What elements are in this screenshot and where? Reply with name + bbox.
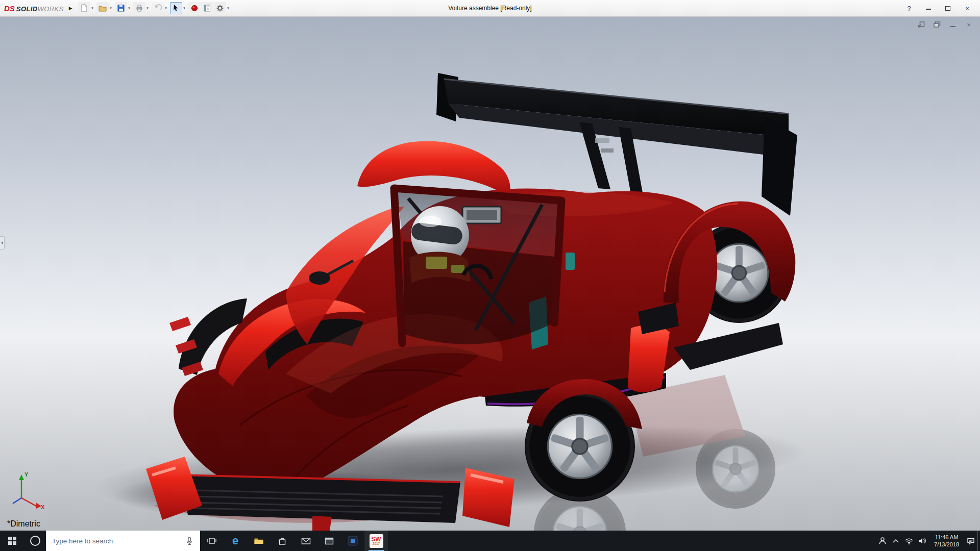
red-sphere-button[interactable] — [188, 2, 201, 14]
show-desktop-button[interactable] — [977, 531, 980, 551]
cortana-icon — [30, 536, 40, 546]
taskbar: e SW 2017 — [0, 531, 980, 551]
volume-button[interactable] — [916, 531, 929, 551]
window-title: Voiture assemblee [Read-only] — [448, 5, 531, 12]
speaker-icon — [918, 537, 926, 544]
clock-time: 11:46 AM — [934, 534, 959, 541]
new-document-button[interactable] — [78, 2, 90, 14]
search-input[interactable] — [52, 537, 181, 545]
orientation-triad: Y X — [9, 472, 50, 515]
select-dropdown[interactable]: ▾ — [182, 6, 187, 10]
document-window-controls: × — [917, 21, 973, 28]
menu-flyout-arrow[interactable]: ▶ — [69, 6, 72, 11]
ds-logo-icon: DS — [4, 4, 15, 13]
file-explorer-button[interactable] — [247, 531, 271, 551]
clock-date: 7/13/2018 — [934, 541, 959, 548]
file-explorer-icon — [254, 537, 264, 545]
wifi-icon — [905, 538, 913, 544]
undo-button[interactable] — [152, 2, 164, 14]
minimize-icon — [926, 9, 931, 10]
maximize-icon — [945, 6, 950, 11]
doc-popout-button[interactable] — [917, 21, 925, 28]
logo-text-solid: SOLID — [16, 5, 38, 13]
start-button[interactable] — [0, 531, 24, 551]
save-dropdown[interactable]: ▾ — [127, 6, 132, 10]
store-bag-icon — [278, 537, 287, 545]
solidworks-app-icon: SW 2017 — [370, 534, 383, 548]
system-tray: 11:46 AM 7/13/2018 — [876, 531, 980, 551]
maximize-button[interactable] — [943, 5, 952, 12]
solidworks-app-button[interactable]: SW 2017 — [364, 531, 388, 551]
doc-minimize-icon — [950, 21, 956, 28]
popout-icon — [918, 21, 925, 28]
restore-icon — [934, 21, 941, 28]
print-icon — [135, 4, 143, 12]
dark-app-button[interactable] — [341, 531, 364, 551]
chevron-up-icon — [893, 539, 899, 543]
store-button[interactable] — [271, 531, 294, 551]
help-button[interactable]: ? — [904, 5, 914, 12]
logo-text-works: WORKS — [38, 5, 64, 13]
windows-logo-icon — [8, 537, 17, 545]
doc-restore-button[interactable] — [933, 21, 941, 28]
network-button[interactable] — [902, 531, 916, 551]
report-icon — [203, 4, 211, 12]
new-document-dropdown[interactable]: ▾ — [90, 6, 95, 10]
window-app-button[interactable] — [317, 531, 341, 551]
graphics-viewport[interactable]: × Y X *Dimetric — [0, 17, 980, 531]
minimize-button[interactable] — [924, 5, 933, 12]
task-view-button[interactable] — [200, 531, 224, 551]
window-app-icon — [325, 537, 334, 545]
action-center-button[interactable] — [964, 531, 977, 551]
open-folder-icon — [99, 4, 107, 12]
people-button[interactable] — [876, 531, 889, 551]
title-bar: DS SOLID WORKS ▶ ▾ ▾ ▾ ▾ ▾ ▾ — [0, 0, 980, 17]
solidworks-logo: DS SOLID WORKS — [4, 4, 64, 13]
cortana-button[interactable] — [24, 531, 46, 551]
print-button[interactable] — [133, 2, 145, 14]
task-view-icon — [207, 537, 216, 545]
undo-icon — [154, 4, 162, 12]
window-controls: ? × — [904, 5, 976, 12]
close-button[interactable]: × — [963, 5, 972, 12]
save-button[interactable] — [115, 2, 127, 14]
hidden-icons-button[interactable] — [889, 531, 902, 551]
open-button[interactable] — [96, 2, 109, 14]
edge-button[interactable]: e — [224, 531, 247, 551]
undo-dropdown[interactable]: ▾ — [164, 6, 168, 10]
clock[interactable]: 11:46 AM 7/13/2018 — [929, 534, 964, 548]
print-dropdown[interactable]: ▾ — [145, 6, 150, 10]
microphone-icon[interactable] — [185, 537, 194, 545]
solidworks-window: DS SOLID WORKS ▶ ▾ ▾ ▾ ▾ ▾ ▾ — [0, 0, 980, 551]
gear-icon — [216, 4, 224, 12]
mail-envelope-icon — [301, 537, 311, 545]
axis-y-label: Y — [24, 471, 28, 478]
mail-button[interactable] — [294, 531, 317, 551]
chevron-left-icon — [1, 241, 3, 244]
axis-x-label: X — [41, 504, 44, 510]
open-dropdown[interactable]: ▾ — [109, 6, 113, 10]
options-dropdown[interactable]: ▾ — [226, 6, 231, 10]
doc-minimize-button[interactable] — [949, 21, 957, 28]
select-cursor-icon — [172, 4, 180, 12]
car-assembly-model[interactable] — [0, 17, 980, 531]
edge-icon: e — [232, 535, 238, 546]
new-document-icon — [80, 4, 88, 12]
view-orientation-label: *Dimetric — [7, 519, 40, 529]
options-button[interactable] — [214, 2, 226, 14]
red-sphere-icon — [190, 4, 199, 12]
people-icon — [878, 537, 887, 545]
action-center-icon — [967, 537, 975, 545]
select-tool-button[interactable] — [170, 2, 182, 14]
save-icon — [117, 4, 125, 12]
report-button[interactable] — [201, 2, 213, 14]
side-mirror — [309, 271, 330, 285]
dark-cube-app-icon — [348, 536, 358, 546]
taskbar-search[interactable] — [46, 531, 200, 551]
doc-close-button[interactable]: × — [965, 21, 973, 28]
panel-collapse-handle[interactable] — [0, 236, 5, 249]
